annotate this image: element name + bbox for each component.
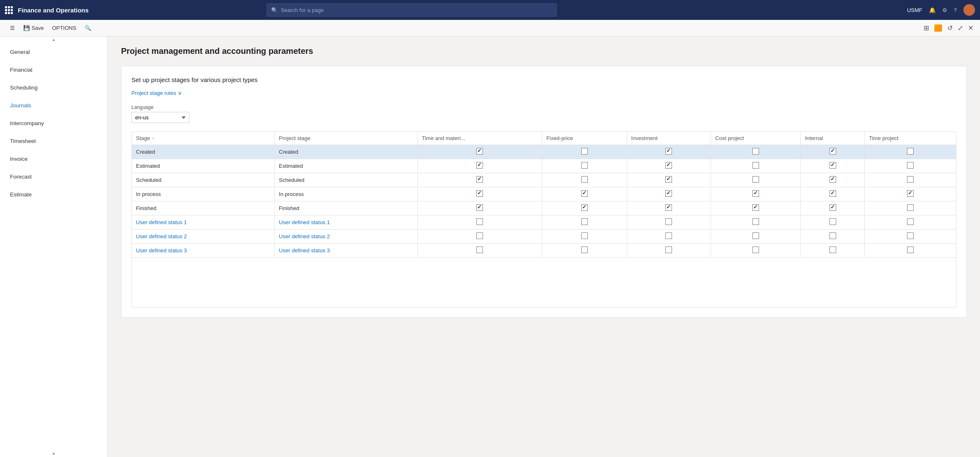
- cell-time_material-0[interactable]: [417, 145, 542, 159]
- sidebar-item-journals[interactable]: Journals: [0, 97, 107, 114]
- cell-cost_project-0[interactable]: [711, 145, 801, 159]
- checkbox-investment-0[interactable]: [665, 148, 672, 155]
- cell-cost_project-5[interactable]: [711, 215, 801, 230]
- cell-time_material-2[interactable]: [417, 173, 542, 187]
- cell-cost_project-2[interactable]: [711, 173, 801, 187]
- settings-icon[interactable]: ⚙: [942, 7, 947, 13]
- checkbox-time_material-1[interactable]: [476, 162, 483, 169]
- cell-fixed_price-5[interactable]: [542, 215, 627, 230]
- checkbox-internal-1[interactable]: [830, 162, 836, 169]
- col-header-stage[interactable]: Stage ↑: [132, 132, 275, 145]
- checkbox-time_material-6[interactable]: [476, 232, 483, 239]
- cell-investment-1[interactable]: [627, 159, 711, 173]
- checkbox-time_project-0[interactable]: [907, 148, 914, 155]
- search-bar[interactable]: 🔍 Search for a page: [267, 3, 557, 17]
- cell-cost_project-7[interactable]: [711, 244, 801, 258]
- table-row[interactable]: ScheduledScheduled: [132, 173, 956, 187]
- checkbox-time_project-4[interactable]: [907, 204, 914, 211]
- checkbox-cost_project-1[interactable]: [752, 162, 759, 169]
- checkbox-time_material-5[interactable]: [476, 218, 483, 225]
- checkbox-time_project-3[interactable]: [907, 190, 914, 197]
- cell-investment-4[interactable]: [627, 201, 711, 215]
- cell-internal-6[interactable]: [800, 230, 864, 244]
- checkbox-investment-6[interactable]: [665, 232, 672, 239]
- close-icon[interactable]: ✕: [968, 24, 973, 32]
- checkbox-internal-6[interactable]: [830, 232, 836, 239]
- checkbox-time_project-5[interactable]: [907, 218, 914, 225]
- cell-investment-7[interactable]: [627, 244, 711, 258]
- checkbox-internal-0[interactable]: [830, 148, 836, 155]
- hamburger-menu-button[interactable]: ☰: [7, 23, 18, 33]
- cell-investment-5[interactable]: [627, 215, 711, 230]
- project-stage-rules-link[interactable]: Project stage rules ∨: [131, 90, 182, 96]
- checkbox-time_material-7[interactable]: [476, 247, 483, 253]
- cell-time_material-4[interactable]: [417, 201, 542, 215]
- cell-investment-0[interactable]: [627, 145, 711, 159]
- checkbox-cost_project-2[interactable]: [752, 176, 759, 183]
- cell-time_material-3[interactable]: [417, 187, 542, 201]
- checkbox-time_material-0[interactable]: [476, 148, 483, 155]
- cell-time_project-3[interactable]: [865, 187, 956, 201]
- sidebar-item-forecast[interactable]: Forecast: [0, 168, 107, 186]
- table-row[interactable]: EstimatedEstimated: [132, 159, 956, 173]
- checkbox-internal-7[interactable]: [830, 247, 836, 253]
- cell-time_material-7[interactable]: [417, 244, 542, 258]
- cell-time_project-2[interactable]: [865, 173, 956, 187]
- sidebar-item-invoice[interactable]: Invoice: [0, 150, 107, 168]
- cell-fixed_price-7[interactable]: [542, 244, 627, 258]
- checkbox-time_project-1[interactable]: [907, 162, 914, 169]
- sidebar-item-general[interactable]: General: [0, 43, 107, 61]
- cell-fixed_price-4[interactable]: [542, 201, 627, 215]
- table-row[interactable]: User defined status 2User defined status…: [132, 230, 956, 244]
- checkbox-fixed_price-7[interactable]: [581, 247, 588, 253]
- save-button[interactable]: 💾 Save: [20, 23, 47, 33]
- table-row[interactable]: User defined status 3User defined status…: [132, 244, 956, 258]
- checkbox-fixed_price-5[interactable]: [581, 218, 588, 225]
- checkbox-fixed_price-3[interactable]: [581, 190, 588, 197]
- avatar[interactable]: [963, 4, 975, 16]
- checkbox-fixed_price-4[interactable]: [581, 204, 588, 211]
- checkbox-cost_project-6[interactable]: [752, 232, 759, 239]
- checkbox-investment-5[interactable]: [665, 218, 672, 225]
- cell-time_material-5[interactable]: [417, 215, 542, 230]
- search-toolbar-button[interactable]: 🔍: [81, 23, 95, 33]
- cell-fixed_price-0[interactable]: [542, 145, 627, 159]
- cell-internal-1[interactable]: [800, 159, 864, 173]
- cell-internal-2[interactable]: [800, 173, 864, 187]
- sidebar-item-intercompany[interactable]: Intercompany: [0, 114, 107, 132]
- cell-cost_project-4[interactable]: [711, 201, 801, 215]
- table-row[interactable]: User defined status 1User defined status…: [132, 215, 956, 230]
- checkbox-fixed_price-2[interactable]: [581, 176, 588, 183]
- cell-internal-4[interactable]: [800, 201, 864, 215]
- cell-investment-6[interactable]: [627, 230, 711, 244]
- open-new-icon[interactable]: ⤢: [958, 24, 963, 32]
- checkbox-cost_project-7[interactable]: [752, 247, 759, 253]
- cell-fixed_price-3[interactable]: [542, 187, 627, 201]
- table-row[interactable]: In processIn process: [132, 187, 956, 201]
- checkbox-cost_project-0[interactable]: [752, 148, 759, 155]
- cell-investment-3[interactable]: [627, 187, 711, 201]
- checkbox-time_material-2[interactable]: [476, 176, 483, 183]
- checkbox-time_material-4[interactable]: [476, 204, 483, 211]
- cell-time_material-6[interactable]: [417, 230, 542, 244]
- cell-cost_project-1[interactable]: [711, 159, 801, 173]
- checkbox-cost_project-4[interactable]: [752, 204, 759, 211]
- checkbox-cost_project-5[interactable]: [752, 218, 759, 225]
- checkbox-fixed_price-0[interactable]: [581, 148, 588, 155]
- sidebar-item-timesheet[interactable]: Timesheet: [0, 132, 107, 150]
- sidebar-item-scheduling[interactable]: Scheduling: [0, 79, 107, 97]
- cell-investment-2[interactable]: [627, 173, 711, 187]
- checkbox-time_project-2[interactable]: [907, 176, 914, 183]
- cell-time_project-5[interactable]: [865, 215, 956, 230]
- checkbox-time_project-7[interactable]: [907, 247, 914, 253]
- checkbox-fixed_price-6[interactable]: [581, 232, 588, 239]
- sidebar-item-financial[interactable]: Financial: [0, 61, 107, 79]
- help-icon[interactable]: ?: [954, 7, 957, 13]
- checkbox-internal-4[interactable]: [830, 204, 836, 211]
- table-row[interactable]: FinishedFinished: [132, 201, 956, 215]
- checkbox-time_project-6[interactable]: [907, 232, 914, 239]
- cell-fixed_price-1[interactable]: [542, 159, 627, 173]
- cell-internal-7[interactable]: [800, 244, 864, 258]
- cell-time_project-6[interactable]: [865, 230, 956, 244]
- checkbox-cost_project-3[interactable]: [752, 190, 759, 197]
